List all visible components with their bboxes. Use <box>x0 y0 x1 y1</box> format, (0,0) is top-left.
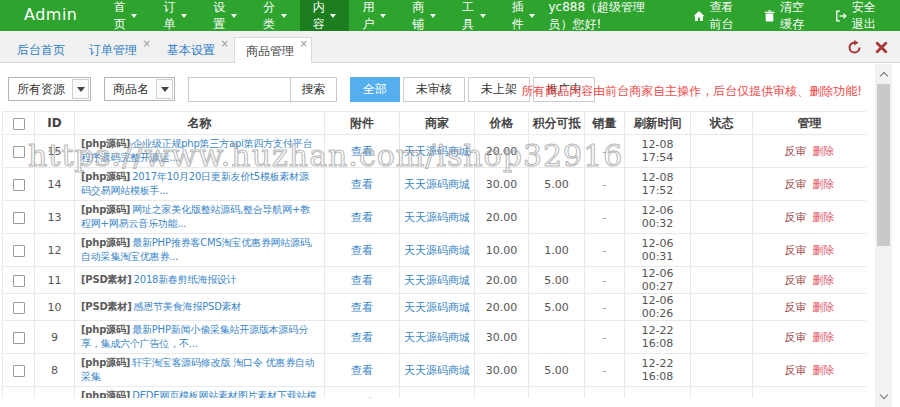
row-checkbox[interactable] <box>13 245 25 257</box>
reject-review-link[interactable]: 反审 <box>785 145 807 158</box>
nav-item[interactable]: 分类 <box>250 0 300 31</box>
merchant-link[interactable]: 天天源码商城 <box>404 397 470 399</box>
product-tag: [php源码] <box>81 171 130 182</box>
select-all-checkbox[interactable] <box>13 118 25 130</box>
search-input[interactable] <box>188 77 290 102</box>
status-filter-button[interactable]: 全部 <box>350 77 400 102</box>
column-header: ID <box>35 112 75 135</box>
refresh-time-cell: 12-22 16:08 <box>625 354 691 387</box>
resource-type-select[interactable]: 所有资源 <box>8 77 91 101</box>
refresh-button[interactable] <box>847 40 862 55</box>
merchant-cell: 天天源码商城 <box>400 387 475 399</box>
row-checkbox[interactable] <box>13 365 25 377</box>
product-name-cell: [php源码]2017年10月20日更新友价t5模板素材源码交易网站模板手... <box>75 168 325 201</box>
nav-item[interactable]: 设置 <box>200 0 250 31</box>
delete-link[interactable]: 删除 <box>813 178 835 191</box>
view-attachment-link[interactable]: 查看 <box>351 244 373 257</box>
view-attachment-link[interactable]: 查看 <box>351 145 373 158</box>
view-attachment-link[interactable]: 查看 <box>351 331 373 344</box>
tab-close-icon[interactable]: × <box>143 39 151 49</box>
reject-review-link[interactable]: 反审 <box>785 301 807 314</box>
header-action-button[interactable]: 清空缓存 <box>764 0 813 33</box>
delete-link[interactable]: 删除 <box>813 274 835 287</box>
merchant-link[interactable]: 天天源码商城 <box>404 301 470 314</box>
view-attachment-link[interactable]: 查看 <box>351 211 373 224</box>
price-cell: 20.00 <box>475 267 529 294</box>
refresh-time-cell: 12-08 17:54 <box>625 135 691 168</box>
row-select-cell <box>3 354 35 387</box>
row-checkbox[interactable] <box>13 212 25 224</box>
nav-item[interactable]: 订单 <box>150 0 200 31</box>
reject-review-link[interactable]: 反审 <box>785 211 807 224</box>
merchant-link[interactable]: 天天源码商城 <box>404 145 470 158</box>
tab-close-icon[interactable]: × <box>221 39 229 49</box>
vertical-scrollbar[interactable] <box>875 64 892 407</box>
view-attachment-link[interactable]: 查看 <box>351 364 373 377</box>
nav-item[interactable]: 插件 <box>499 0 549 31</box>
delete-link[interactable]: 删除 <box>813 211 835 224</box>
tab-item[interactable]: 商品管理 × <box>234 37 312 63</box>
reject-review-link[interactable]: 反审 <box>785 244 807 257</box>
scrollbar-thumb[interactable] <box>877 84 890 246</box>
scroll-down-arrow[interactable] <box>875 389 892 404</box>
product-name-cell: [php源码]企业级正规php第三方api第四方支付平台程序源码完整开源运... <box>75 135 325 168</box>
header-action-button[interactable]: 安全退出 <box>835 0 884 33</box>
search-field-select[interactable]: 商品名 <box>104 77 175 101</box>
nav-item-label: 用户 <box>362 0 375 33</box>
row-checkbox[interactable] <box>13 332 25 344</box>
tab-item[interactable]: 基本设置 × <box>156 38 232 63</box>
delete-link[interactable]: 删除 <box>813 301 835 314</box>
status-filter-button[interactable]: 未审核 <box>403 77 465 102</box>
nav-item[interactable]: 内容 <box>300 0 350 31</box>
reject-review-link[interactable]: 反审 <box>785 331 807 344</box>
merchant-link[interactable]: 天天源码商城 <box>404 244 470 257</box>
tab-item[interactable]: 后台首页 <box>6 38 76 63</box>
delete-link[interactable]: 删除 <box>813 331 835 344</box>
scroll-up-arrow[interactable] <box>875 67 892 82</box>
search-button[interactable]: 搜索 <box>290 77 337 102</box>
nav-item[interactable]: 首页 <box>101 0 151 31</box>
view-attachment-link[interactable]: 查看 <box>351 301 373 314</box>
merchant-link[interactable]: 天天源码商城 <box>404 211 470 224</box>
delete-link[interactable]: 删除 <box>813 364 835 377</box>
row-checkbox[interactable] <box>13 146 25 158</box>
merchant-link[interactable]: 天天源码商城 <box>404 331 470 344</box>
row-checkbox[interactable] <box>13 275 25 287</box>
chevron-down-icon <box>430 14 436 18</box>
merchant-cell: 天天源码商城 <box>400 354 475 387</box>
view-attachment-link[interactable]: 查看 <box>351 178 373 191</box>
price-cell: 20.00 <box>475 201 529 234</box>
reject-review-link[interactable]: 反审 <box>785 274 807 287</box>
row-checkbox[interactable] <box>13 302 25 314</box>
row-checkbox[interactable] <box>13 179 25 191</box>
header-action-button[interactable]: 查看前台 <box>693 0 742 33</box>
tab-label: 商品管理 <box>246 44 294 58</box>
points-cell <box>529 135 585 168</box>
merchant-link[interactable]: 天天源码商城 <box>404 364 470 377</box>
tab-close-icon[interactable]: × <box>300 39 308 49</box>
view-attachment-link[interactable]: 查看 <box>351 397 373 399</box>
nav-item[interactable]: 商铺 <box>399 0 449 31</box>
view-attachment-link[interactable]: 查看 <box>351 274 373 287</box>
product-name-link[interactable]: 2018新春剪纸海报设计 <box>134 274 237 285</box>
nav-item[interactable]: 用户 <box>349 0 399 31</box>
table-row: 8 [php源码]轩宇淘宝客源码修改版 淘口令 优惠券自动采集 查看 天天源码商… <box>3 354 867 387</box>
reject-review-link[interactable]: 反审 <box>785 178 807 191</box>
status-cell <box>691 354 753 387</box>
merchant-link[interactable]: 天天源码商城 <box>404 274 470 287</box>
product-tag: [php源码] <box>81 204 130 215</box>
column-header: 管理 <box>753 112 867 135</box>
merchant-cell: 天天源码商城 <box>400 168 475 201</box>
merchant-cell: 天天源码商城 <box>400 135 475 168</box>
row-checkbox[interactable] <box>13 398 25 399</box>
attachment-cell: 查看 <box>325 234 400 267</box>
product-name-link[interactable]: 感恩节美食海报PSD素材 <box>134 301 242 312</box>
row-select-cell <box>3 387 35 399</box>
merchant-link[interactable]: 天天源码商城 <box>404 178 470 191</box>
close-all-button[interactable] <box>875 40 888 55</box>
reject-review-link[interactable]: 反审 <box>785 364 807 377</box>
delete-link[interactable]: 删除 <box>813 145 835 158</box>
nav-item[interactable]: 工具 <box>449 0 499 31</box>
delete-link[interactable]: 删除 <box>813 244 835 257</box>
tab-item[interactable]: 订单管理 × <box>78 38 154 63</box>
